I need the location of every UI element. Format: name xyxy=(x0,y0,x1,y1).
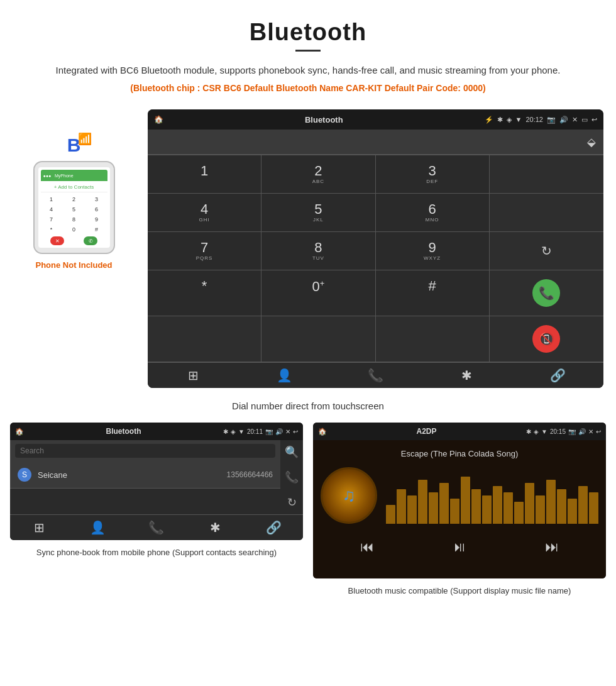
key-sub-4: GHI xyxy=(153,217,256,223)
pb-nav-apps[interactable]: ⊞ xyxy=(10,520,69,535)
back-icon: ↩ xyxy=(591,116,597,124)
phone-key-4: 4 xyxy=(41,205,62,214)
phonebook-inner: S Seicane 13566664466 🔍 📞 ↻ xyxy=(10,440,303,514)
next-track-button[interactable]: ⏭ xyxy=(545,539,559,555)
main-content: B 📶 ●●● MyPhone + Add to Contacts 1 2 3 … xyxy=(0,109,616,388)
key-main-7: 7 xyxy=(153,241,256,255)
phone-screen: ●●● MyPhone + Add to Contacts 1 2 3 4 5 … xyxy=(38,167,110,248)
dial-empty-3 xyxy=(148,316,261,362)
dial-key-1[interactable]: 1 xyxy=(148,155,261,194)
dial-call-green-cell[interactable]: 📞 xyxy=(490,270,603,316)
close-icon: ✕ xyxy=(572,116,578,124)
phone-call-button[interactable]: ✆ xyxy=(84,236,97,245)
refresh-icon: ↻ xyxy=(541,243,552,258)
page-header: Bluetooth Integrated with BC6 Bluetooth … xyxy=(0,0,616,109)
dial-empty-4 xyxy=(261,316,375,362)
bluetooth-status-icon: ✱ xyxy=(497,116,503,124)
dial-key-star[interactable]: * xyxy=(148,270,261,316)
call-end-button[interactable]: 📵 xyxy=(532,325,560,353)
bt-signal-wrapper: B 📶 xyxy=(67,135,81,156)
music-note-icon: ♫ xyxy=(343,485,356,506)
phone-key-1: 1 xyxy=(41,195,62,204)
pb-signal-icon: ▼ xyxy=(238,428,245,435)
dial-key-5[interactable]: 5 JKL xyxy=(261,194,375,232)
pb-side-icons: 🔍 📞 ↻ xyxy=(280,440,303,514)
dial-key-0[interactable]: 0+ xyxy=(261,270,375,316)
phone-keypad: 1 2 3 4 5 6 7 8 9 * 0 # xyxy=(41,195,107,234)
statusbar-right: ⚡ ✱ ◈ ▼ 20:12 📷 🔊 ✕ ▭ ↩ xyxy=(485,116,597,124)
pb-statusbar-center: Bluetooth xyxy=(106,427,141,436)
dial-caption: Dial number direct from touchscreen xyxy=(0,394,616,423)
dial-key-3[interactable]: 3 DEF xyxy=(376,155,490,194)
play-pause-button[interactable]: ⏯ xyxy=(453,539,466,555)
phone-not-included-label: Phone Not Included xyxy=(35,260,112,270)
music-statusbar-right: ✱ ◈ ▼ 20:15 📷 🔊 ✕ ↩ xyxy=(526,428,601,435)
bluetooth-specs: (Bluetooth chip : CSR BC6 Default Blueto… xyxy=(38,83,578,93)
phone-key-8: 8 xyxy=(63,215,85,224)
phone-end-button[interactable]: ✕ xyxy=(50,236,64,245)
pb-search-input[interactable] xyxy=(15,444,275,458)
music-statusbar-left: 🏠 xyxy=(318,428,327,436)
music-caption: Bluetooth music compatible (Support disp… xyxy=(348,585,571,597)
key-sub-9: WXYZ xyxy=(381,255,484,261)
dial-key-hash[interactable]: # xyxy=(376,270,490,316)
phone-body: ●●● MyPhone + Add to Contacts 1 2 3 4 5 … xyxy=(33,161,115,254)
nav-contacts-icon[interactable]: 👤 xyxy=(239,368,330,383)
phone-illustration: B 📶 ●●● MyPhone + Add to Contacts 1 2 3 … xyxy=(13,109,135,388)
nav-bluetooth-icon[interactable]: ✱ xyxy=(421,368,512,383)
pb-nav-bluetooth[interactable]: ✱ xyxy=(186,520,245,535)
dial-empty-2 xyxy=(490,194,603,232)
music-time: 20:15 xyxy=(550,428,566,435)
pb-nav-link[interactable]: 🔗 xyxy=(245,520,303,535)
phonebook-main-content: S Seicane 13566664466 xyxy=(10,440,280,514)
dial-key-6[interactable]: 6 MNO xyxy=(376,194,490,232)
time-display: 20:12 xyxy=(525,116,543,123)
key-main-3: 3 xyxy=(381,164,484,178)
key-sub-7: PQRS xyxy=(153,255,256,261)
music-signal-icon: ▼ xyxy=(541,428,547,435)
music-statusbar: 🏠 A2DP ✱ ◈ ▼ 20:15 📷 🔊 ✕ ↩ xyxy=(313,423,606,440)
call-green-button[interactable]: 📞 xyxy=(532,279,560,307)
dial-key-9[interactable]: 9 WXYZ xyxy=(376,232,490,270)
pb-search-icon[interactable]: 🔍 xyxy=(285,445,299,459)
pb-close-icon: ✕ xyxy=(285,428,290,435)
signal-icon: ▼ xyxy=(515,116,522,123)
backspace-button[interactable]: ⬙ xyxy=(587,135,596,149)
location-icon: ◈ xyxy=(507,116,512,124)
key-sub-3: DEF xyxy=(381,179,484,184)
pb-camera-icon: 📷 xyxy=(265,428,273,435)
phone-key-6: 6 xyxy=(86,205,107,214)
dial-key-8[interactable]: 8 TUV xyxy=(261,232,375,270)
dial-key-2[interactable]: 2 ABC xyxy=(261,155,375,194)
music-song-title: Escape (The Pina Colada Song) xyxy=(401,449,518,458)
pb-statusbar-left: 🏠 xyxy=(15,428,24,436)
nav-apps-icon[interactable]: ⊞ xyxy=(148,368,239,383)
dial-refresh-cell[interactable]: ↻ xyxy=(490,232,603,270)
pb-contact-row[interactable]: S Seicane 13566664466 xyxy=(10,462,280,489)
pb-refresh-icon[interactable]: ↻ xyxy=(287,495,297,509)
pb-contact-number: 13566664466 xyxy=(227,470,273,479)
home-icon: 🏠 xyxy=(154,115,163,124)
phonebook-screen: 🏠 Bluetooth ✱ ◈ ▼ 20:11 📷 🔊 ✕ ↩ xyxy=(10,423,303,540)
dial-display: ⬙ xyxy=(148,130,603,155)
page-title: Bluetooth xyxy=(38,19,578,46)
phone-action-row: ✕ ✆ xyxy=(41,236,107,245)
pb-nav-contacts[interactable]: 👤 xyxy=(69,520,127,535)
dial-call-red-cell[interactable]: 📵 xyxy=(490,316,603,362)
music-equalizer xyxy=(386,467,598,524)
nav-phone-icon[interactable]: 📞 xyxy=(330,368,421,383)
phone-screen-header-text: ●●● MyPhone xyxy=(43,174,74,178)
music-album-art: ♫ xyxy=(321,467,377,524)
nav-link-icon[interactable]: 🔗 xyxy=(512,368,603,383)
pb-nav-phone[interactable]: 📞 xyxy=(127,520,185,535)
pb-back-icon: ↩ xyxy=(293,428,298,435)
dial-key-7[interactable]: 7 PQRS xyxy=(148,232,261,270)
pb-call-icon[interactable]: 📞 xyxy=(285,470,299,484)
key-main-hash: # xyxy=(381,279,484,293)
pb-bt-icon: ✱ xyxy=(223,428,228,435)
prev-track-button[interactable]: ⏮ xyxy=(360,539,374,555)
phone-key-star: * xyxy=(41,225,62,234)
key-main-9: 9 xyxy=(381,241,484,255)
music-album-row: ♫ xyxy=(321,467,598,524)
dial-key-4[interactable]: 4 GHI xyxy=(148,194,261,232)
